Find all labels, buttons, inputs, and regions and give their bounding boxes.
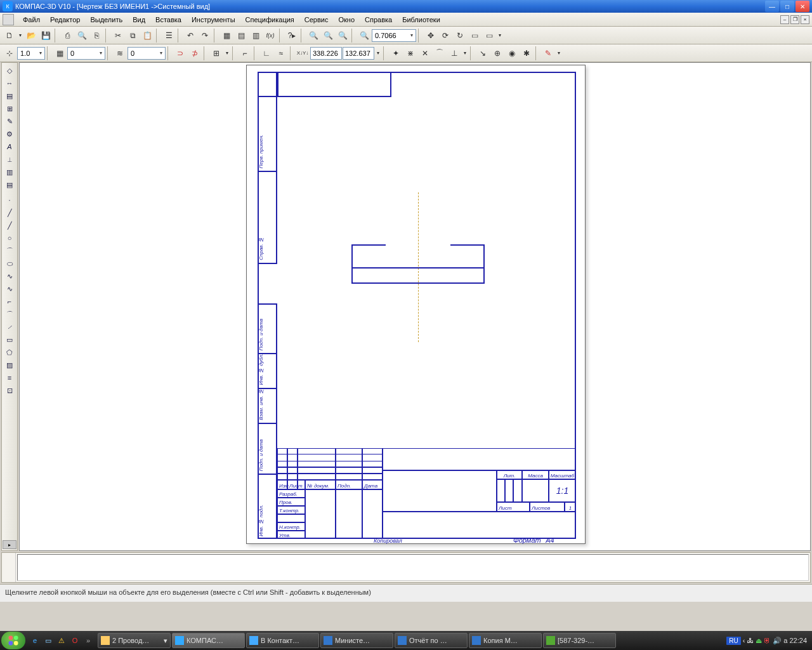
menu-spec[interactable]: Спецификация <box>240 15 299 25</box>
vars-button[interactable]: f(x) <box>263 29 277 43</box>
layer-combo[interactable]: 0▾ <box>128 47 166 60</box>
magnet-on-icon[interactable]: ⊃ <box>173 46 187 60</box>
snap-inter-icon[interactable]: ✕ <box>418 46 432 60</box>
snap-angle-icon[interactable]: ✱ <box>520 46 534 60</box>
toolbar2-more[interactable]: ▾ <box>556 46 562 60</box>
new-dropdown[interactable]: ▾ <box>17 29 23 43</box>
pan-button[interactable]: ✥ <box>424 29 438 43</box>
undo-button[interactable]: ↶ <box>183 29 197 43</box>
tray-usb-icon[interactable]: ⏏ <box>756 637 762 645</box>
tray-expand-icon[interactable]: ‹ <box>743 637 745 644</box>
cut-button[interactable]: ✂ <box>111 29 125 43</box>
task-vk[interactable]: В Контакт… <box>246 633 319 648</box>
menu-window[interactable]: Окно <box>333 15 360 25</box>
coord-x-input[interactable]: 338.226 <box>310 47 342 60</box>
task-word2[interactable]: Отчёт по … <box>395 633 468 648</box>
eraser-icon[interactable]: ✎ <box>541 46 555 60</box>
snap-mid-icon[interactable]: ⋇ <box>403 46 417 60</box>
edit-tool-icon[interactable]: ✎ <box>3 115 16 128</box>
coord-y-input[interactable]: 132.637 <box>343 47 374 60</box>
paste-button[interactable]: 📋 <box>140 29 154 43</box>
menu-tools[interactable]: Инструменты <box>187 15 240 25</box>
ql-opera-icon[interactable]: O <box>69 635 81 646</box>
snap-point-icon[interactable]: ◉ <box>505 46 519 60</box>
drawing-area[interactable]: Перв. примен. Справ. № Подп. и дата Инв.… <box>19 62 811 551</box>
task-kompas[interactable]: КОМПАС… <box>172 633 245 648</box>
toolbar-more[interactable]: ▾ <box>497 29 503 43</box>
hatch-tool-icon[interactable]: ▨ <box>3 359 16 371</box>
layers-button[interactable]: ▦ <box>219 29 233 43</box>
grid-dropdown[interactable]: ▾ <box>224 46 230 60</box>
style-combo[interactable]: 0▾ <box>67 47 105 60</box>
help-button[interactable]: ?▸ <box>285 29 299 43</box>
new-button[interactable]: 🗋 <box>3 29 16 43</box>
equid-tool-icon[interactable]: ≡ <box>3 371 16 384</box>
zoom-in-icon[interactable]: 🔍 <box>306 29 320 43</box>
tray-vol-icon[interactable]: 🔊 <box>773 637 782 645</box>
expand-toolbox-button[interactable]: ▸ <box>3 540 16 549</box>
local-cs-icon[interactable]: ∟ <box>259 46 273 60</box>
show-all-button[interactable]: ▭ <box>468 29 481 43</box>
menu-libs[interactable]: Библиотеки <box>397 15 445 25</box>
text-tool-icon[interactable]: A <box>3 140 16 153</box>
report-tool-icon[interactable]: ▤ <box>3 178 16 191</box>
rotate-button[interactable]: ⟳ <box>438 29 452 43</box>
snap-more[interactable]: ▾ <box>462 46 468 60</box>
start-button[interactable] <box>1 632 25 649</box>
step-combo[interactable]: 1.0▾ <box>17 47 45 60</box>
doc-icon[interactable] <box>3 14 14 25</box>
doc-restore-button[interactable]: ❐ <box>790 15 799 24</box>
ql-warn-icon[interactable]: ⚠ <box>56 635 67 646</box>
menu-file[interactable]: Файл <box>18 15 45 25</box>
properties-button[interactable]: ☰ <box>162 29 176 43</box>
snap-norm-icon[interactable]: ⊥ <box>447 46 461 60</box>
bezier-tool-icon[interactable]: ∿ <box>3 282 16 295</box>
rect-tool-icon[interactable]: ▭ <box>3 333 16 346</box>
menu-help[interactable]: Справка <box>360 15 397 25</box>
tray-misc-icon[interactable]: а <box>783 637 787 644</box>
style-icon[interactable]: ▦ <box>53 46 67 60</box>
minimize-button[interactable]: — <box>765 1 779 12</box>
snap-near-icon[interactable]: ↘ <box>476 46 490 60</box>
ortho-icon[interactable]: ⌐ <box>238 46 252 60</box>
polygon-tool-icon[interactable]: ⬠ <box>3 346 16 359</box>
print-button[interactable]: ⎙ <box>60 29 74 43</box>
spline-tool-icon[interactable]: ∿ <box>3 270 16 282</box>
preview-button[interactable]: 🔍 <box>75 29 89 43</box>
menu-service[interactable]: Сервис <box>299 15 334 25</box>
round-icon[interactable]: ≈ <box>274 46 288 60</box>
magnet-off-icon[interactable]: ⊅ <box>188 46 202 60</box>
collect-tool-icon[interactable]: ⊡ <box>3 384 16 397</box>
arc-tool-icon[interactable]: ⌒ <box>3 244 16 257</box>
doc-close-button[interactable]: × <box>801 15 809 24</box>
chamfer-tool-icon[interactable]: ⟋ <box>3 321 16 333</box>
measure-tool-icon[interactable]: ⟂ <box>3 153 16 166</box>
tray-clock[interactable]: 22:24 <box>789 637 807 644</box>
copy-button[interactable]: ⧉ <box>126 29 140 43</box>
save-button[interactable]: 💾 <box>39 29 53 43</box>
menu-view[interactable]: Вид <box>128 15 150 25</box>
circle-tool-icon[interactable]: ○ <box>3 232 16 244</box>
zoom-fit-icon[interactable]: 🔍 <box>357 29 371 43</box>
ql-more-icon[interactable]: » <box>82 635 94 646</box>
param-tool-icon[interactable]: ⚙ <box>3 128 16 140</box>
geometry-tool-icon[interactable]: ◇ <box>3 64 16 77</box>
task-image[interactable]: [587-329-… <box>543 633 616 648</box>
desig-tool-icon[interactable]: ▤ <box>3 90 16 102</box>
menu-select[interactable]: Выделить <box>85 15 128 25</box>
prop-area[interactable] <box>17 554 809 581</box>
polyline-tool-icon[interactable]: ⌐ <box>3 295 16 308</box>
ql-desktop-icon[interactable]: ▭ <box>43 635 54 646</box>
snap-center-icon[interactable]: ⊕ <box>490 46 504 60</box>
tray-net-icon[interactable]: 🖧 <box>747 637 754 644</box>
tray-shield-icon[interactable]: ⛨ <box>764 637 771 644</box>
task-word3[interactable]: Копия М… <box>469 633 542 648</box>
task-explorer[interactable]: 2 Провод…▾ <box>98 633 171 648</box>
print-setup-button[interactable]: ⎘ <box>89 29 103 43</box>
lang-indicator[interactable]: RU <box>726 637 740 645</box>
menu-insert[interactable]: Вставка <box>150 15 187 25</box>
line-tool-icon[interactable]: ╱ <box>3 206 16 219</box>
grid-icon[interactable]: ⊞ <box>209 46 223 60</box>
snap-end-icon[interactable]: ✦ <box>389 46 403 60</box>
views-button[interactable]: ▤ <box>234 29 248 43</box>
